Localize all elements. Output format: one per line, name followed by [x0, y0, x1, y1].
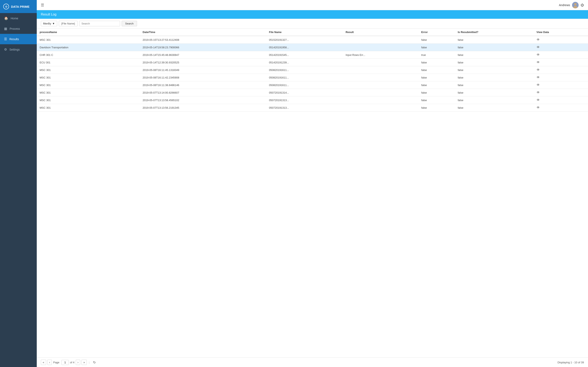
cell-2: 051520191327...	[266, 36, 343, 44]
first-page-button[interactable]: «	[41, 360, 46, 365]
cell-4: false	[418, 66, 455, 74]
cell-1: 2019-05-14T12:39:30.9320525	[140, 59, 266, 66]
app-logo: ⊙ DATA PRIME	[0, 0, 37, 13]
cell-3	[343, 36, 419, 44]
cell-4: false	[418, 104, 455, 111]
cell-4: false	[418, 36, 455, 44]
table-row[interactable]: MSC 3012019-05-07T13:13:56.2191345050720…	[37, 104, 588, 111]
view-data-cell[interactable]: 👁	[534, 74, 588, 81]
cell-5: false	[455, 96, 534, 104]
table-row[interactable]: Davidson Transportation2019-05-14T19:58:…	[37, 44, 588, 51]
eye-icon[interactable]: 👁	[536, 76, 540, 79]
cell-5: false	[455, 74, 534, 81]
refresh-button[interactable]: ↻	[93, 360, 96, 364]
view-data-cell[interactable]: 👁	[534, 81, 588, 89]
sidebar-item-process[interactable]: ▦ Process	[0, 24, 37, 34]
of-total-pages: of 4	[70, 361, 75, 364]
cell-0: MSC 301	[37, 66, 140, 74]
filter-by-button[interactable]: filterBy ▼	[41, 21, 57, 26]
view-data-cell[interactable]: 👁	[534, 66, 588, 74]
logo-icon: ⊙	[3, 4, 9, 9]
cell-1: 2019-05-14T19:58:23.7900066	[140, 44, 266, 51]
sidebar-item-home[interactable]: 🏠 Home	[0, 13, 37, 24]
cell-5: false	[455, 66, 534, 74]
next-page-button[interactable]: ›	[76, 360, 80, 365]
pagination: « ‹ Page of 4 › » | ↻	[41, 360, 96, 365]
settings-icon: ⚙	[4, 48, 7, 51]
results-icon: ☰	[4, 37, 7, 41]
filter-label: filterBy	[43, 22, 51, 25]
cell-0: ECU 301	[37, 59, 140, 66]
app-name: DATA PRIME	[11, 5, 30, 8]
sidebar-item-home-label: Home	[11, 17, 18, 20]
cell-5: false	[455, 81, 534, 89]
col-error: Error	[418, 29, 455, 36]
hamburger-menu[interactable]: ☰	[41, 3, 44, 7]
view-data-cell[interactable]: 👁	[534, 44, 588, 51]
cell-5: false	[455, 89, 534, 96]
display-info: Displaying 1 - 10 of 39	[558, 361, 584, 364]
view-data-cell[interactable]: 👁	[534, 89, 588, 96]
table-row[interactable]: MSC 3012019-05-08T16:11:42.2345908050820…	[37, 74, 588, 81]
sidebar-item-settings[interactable]: ⚙ Settings	[0, 44, 37, 55]
cell-1: 2019-05-07T13:14:00.8266607	[140, 89, 266, 96]
eye-icon[interactable]: 👁	[536, 68, 540, 72]
eye-icon[interactable]: 👁	[536, 38, 540, 42]
cell-2: 051420191239...	[266, 59, 343, 66]
eye-icon[interactable]: 👁	[536, 45, 540, 49]
cell-0: MSC 301	[37, 89, 140, 96]
topbar: ☰ Andrews ⏻	[37, 0, 588, 10]
cell-1: 2019-05-14T15:45:48.8630847	[140, 51, 266, 59]
search-button[interactable]: Search	[122, 21, 137, 26]
cell-2: 050820191611...	[266, 81, 343, 89]
power-button[interactable]: ⏻	[581, 3, 584, 7]
home-icon: 🏠	[4, 16, 8, 20]
view-data-cell[interactable]: 👁	[534, 96, 588, 104]
cell-4: false	[418, 96, 455, 104]
cell-0: MSC 301	[37, 81, 140, 89]
col-datetime: Date/Time	[140, 29, 266, 36]
cell-1: 2019-05-08T16:11:45.1318349	[140, 66, 266, 74]
table-row[interactable]: MSC 3012019-05-08T16:11:45.1318349050820…	[37, 66, 588, 74]
prev-page-button[interactable]: ‹	[47, 360, 52, 365]
view-data-cell[interactable]: 👁	[534, 51, 588, 59]
table-row[interactable]: ECU 3012019-05-14T12:39:30.9320525051420…	[37, 59, 588, 66]
user-name: Andrews	[559, 3, 570, 7]
main-content: ☰ Andrews ⏻ Result Log filterBy ▼ [File …	[37, 0, 588, 367]
cell-4: false	[418, 89, 455, 96]
table-row[interactable]: MSC 3012019-05-07T13:13:58.4565102050720…	[37, 96, 588, 104]
eye-icon[interactable]: 👁	[536, 83, 540, 87]
cell-3: Input Rows Err...	[343, 51, 419, 59]
cell-0: MSC 301	[37, 104, 140, 111]
cell-3	[343, 104, 419, 111]
col-result: Result	[343, 29, 419, 36]
view-data-cell[interactable]: 👁	[534, 59, 588, 66]
table-row[interactable]: MSC 3012019-05-07T13:14:00.8266607050720…	[37, 89, 588, 96]
view-data-cell[interactable]: 👁	[534, 104, 588, 111]
eye-icon[interactable]: 👁	[536, 60, 540, 64]
view-data-cell[interactable]: 👁	[534, 36, 588, 44]
table-header-row: processName Date/Time File Name Result E…	[37, 29, 588, 36]
sidebar-item-results[interactable]: ☰ Results	[0, 34, 37, 44]
sidebar-item-process-label: Process	[9, 27, 20, 30]
page-title: Result Log	[41, 13, 57, 16]
cell-1: 2019-05-15T13:27:53.4112408	[140, 36, 266, 44]
cell-1: 2019-05-08T16:11:38.8486146	[140, 81, 266, 89]
col-view-data: View Data	[534, 29, 588, 36]
table-row[interactable]: MSC 3012019-05-08T16:11:38.8486146050820…	[37, 81, 588, 89]
cell-3	[343, 44, 419, 51]
cell-1: 2019-05-07T13:13:58.4565102	[140, 96, 266, 104]
avatar	[572, 2, 579, 8]
cell-2: 050720191314...	[266, 89, 343, 96]
search-input[interactable]	[79, 21, 120, 26]
result-table: processName Date/Time File Name Result E…	[37, 29, 588, 111]
eye-icon[interactable]: 👁	[536, 91, 540, 94]
table-row[interactable]: MSC 3012019-05-15T13:27:53.4112408051520…	[37, 36, 588, 44]
last-page-button[interactable]: »	[81, 360, 87, 365]
eye-icon[interactable]: 👁	[536, 98, 540, 102]
page-number-input[interactable]	[61, 360, 69, 365]
eye-icon[interactable]: 👁	[536, 106, 540, 109]
table-row[interactable]: CHR 301 C2019-05-14T15:45:48.86308470514…	[37, 51, 588, 59]
eye-icon[interactable]: 👁	[536, 53, 540, 57]
col-filename: File Name	[266, 29, 343, 36]
